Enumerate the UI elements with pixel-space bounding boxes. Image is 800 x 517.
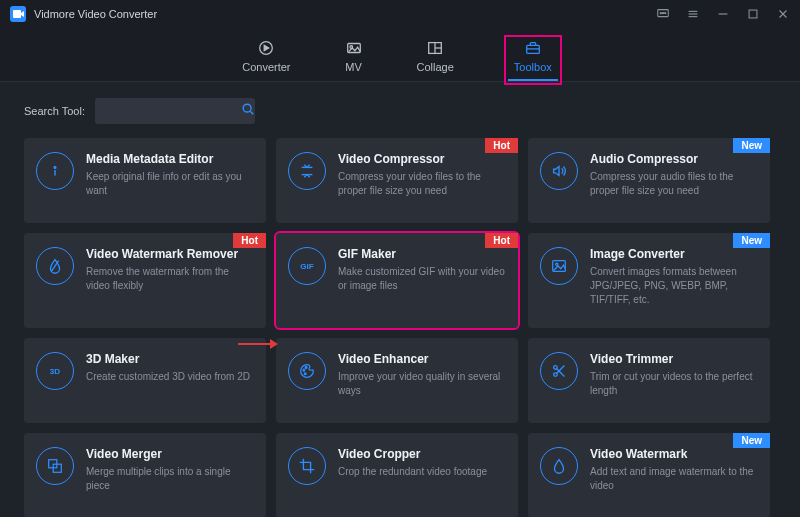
- tool-grid: Media Metadata EditorKeep original file …: [24, 138, 776, 517]
- svg-rect-0: [13, 10, 21, 18]
- svg-point-32: [305, 367, 307, 369]
- tool-card-image-converter[interactable]: NewImage ConverterConvert images formats…: [528, 233, 770, 328]
- badge-new: New: [733, 233, 770, 248]
- card-description: Merge multiple clips into a single piece: [86, 465, 254, 493]
- minimize-icon[interactable]: [716, 7, 730, 21]
- tool-card-video-cropper[interactable]: Video CropperCrop the redundant video fo…: [276, 433, 518, 517]
- palette-icon: [288, 352, 326, 390]
- card-text: Video CompressorCompress your video file…: [338, 152, 506, 209]
- app-title: Vidmore Video Converter: [34, 8, 157, 20]
- badge-hot: Hot: [485, 233, 518, 248]
- card-title: Video Trimmer: [590, 352, 758, 366]
- card-description: Trim or cut your videos to the perfect l…: [590, 370, 758, 398]
- search-input[interactable]: [103, 105, 241, 117]
- maximize-icon[interactable]: [746, 7, 760, 21]
- card-description: Crop the redundant video footage: [338, 465, 487, 479]
- mv-icon: [345, 39, 363, 57]
- card-description: Improve your video quality in several wa…: [338, 370, 506, 398]
- card-description: Convert images formats between JPG/JPEG,…: [590, 265, 758, 307]
- card-description: Remove the watermark from the video flex…: [86, 265, 254, 293]
- card-title: Media Metadata Editor: [86, 152, 254, 166]
- svg-text:3D: 3D: [50, 367, 60, 376]
- tool-card-video-watermark-remover[interactable]: HotVideo Watermark RemoverRemove the wat…: [24, 233, 266, 328]
- card-title: Video Enhancer: [338, 352, 506, 366]
- feedback-icon[interactable]: [656, 7, 670, 21]
- tool-area: Search Tool: Media Metadata EditorKeep o…: [0, 82, 800, 517]
- tab-label: Toolbox: [514, 61, 552, 73]
- card-title: Video Merger: [86, 447, 254, 461]
- card-text: Image ConverterConvert images formats be…: [590, 247, 758, 314]
- tool-card-gif-maker[interactable]: HotGIFGIF MakerMake customized GIF with …: [276, 233, 518, 328]
- info-icon: [36, 152, 74, 190]
- card-title: Audio Compressor: [590, 152, 758, 166]
- svg-point-34: [554, 366, 558, 370]
- title-bar: Vidmore Video Converter: [0, 0, 800, 28]
- card-text: Video Watermark RemoverRemove the waterm…: [86, 247, 254, 314]
- tool-card-video-enhancer[interactable]: Video EnhancerImprove your video quality…: [276, 338, 518, 423]
- card-title: Video Cropper: [338, 447, 487, 461]
- tab-toolbox[interactable]: Toolbox: [508, 39, 558, 81]
- card-text: Video MergerMerge multiple clips into a …: [86, 447, 254, 504]
- card-text: Audio CompressorCompress your audio file…: [590, 152, 758, 209]
- card-title: 3D Maker: [86, 352, 250, 366]
- svg-rect-9: [749, 10, 757, 18]
- watermark-icon: [540, 447, 578, 485]
- toolbox-icon: [524, 39, 542, 57]
- svg-text:GIF: GIF: [300, 262, 314, 271]
- card-description: Make customized GIF with your video or i…: [338, 265, 506, 293]
- badge-new: New: [733, 138, 770, 153]
- svg-point-33: [304, 373, 306, 375]
- svg-point-22: [54, 167, 56, 169]
- svg-point-29: [556, 263, 558, 265]
- badge-hot: Hot: [233, 233, 266, 248]
- card-text: GIF MakerMake customized GIF with your v…: [338, 247, 506, 314]
- tool-card-video-compressor[interactable]: HotVideo CompressorCompress your video f…: [276, 138, 518, 223]
- collage-icon: [426, 39, 444, 57]
- card-description: Compress your video files to the proper …: [338, 170, 506, 198]
- card-text: Media Metadata EditorKeep original file …: [86, 152, 254, 209]
- audio-compress-icon: [540, 152, 578, 190]
- converter-icon: [257, 39, 275, 57]
- card-description: Keep original file info or edit as you w…: [86, 170, 254, 198]
- close-icon[interactable]: [776, 7, 790, 21]
- scissors-icon: [540, 352, 578, 390]
- tab-converter[interactable]: Converter: [242, 39, 290, 81]
- compress-icon: [288, 152, 326, 190]
- svg-line-21: [250, 111, 253, 114]
- card-text: Video TrimmerTrim or cut your videos to …: [590, 352, 758, 409]
- tool-card-video-merger[interactable]: Video MergerMerge multiple clips into a …: [24, 433, 266, 517]
- badge-new: New: [733, 433, 770, 448]
- tab-collage[interactable]: Collage: [417, 39, 454, 81]
- svg-point-3: [662, 13, 663, 14]
- tab-label: MV: [345, 61, 362, 73]
- svg-point-20: [243, 104, 251, 112]
- menu-icon[interactable]: [686, 7, 700, 21]
- card-description: Compress your audio files to the proper …: [590, 170, 758, 198]
- tool-card-video-watermark[interactable]: NewVideo WatermarkAdd text and image wat…: [528, 433, 770, 517]
- card-description: Add text and image watermark to the vide…: [590, 465, 758, 493]
- gif-icon: GIF: [288, 247, 326, 285]
- image-icon: [540, 247, 578, 285]
- tool-card-3d-maker[interactable]: 3D3D MakerCreate customized 3D video fro…: [24, 338, 266, 423]
- droplet-icon: [36, 247, 74, 285]
- search-icon[interactable]: [241, 102, 255, 120]
- tool-card-video-trimmer[interactable]: Video TrimmerTrim or cut your videos to …: [528, 338, 770, 423]
- card-title: GIF Maker: [338, 247, 506, 261]
- card-text: Video WatermarkAdd text and image waterm…: [590, 447, 758, 504]
- search-box[interactable]: [95, 98, 255, 124]
- tool-card-audio-compressor[interactable]: NewAudio CompressorCompress your audio f…: [528, 138, 770, 223]
- card-description: Create customized 3D video from 2D: [86, 370, 250, 384]
- svg-point-31: [303, 369, 305, 371]
- svg-point-4: [665, 13, 666, 14]
- tab-label: Collage: [417, 61, 454, 73]
- card-title: Video Watermark: [590, 447, 758, 461]
- crop-icon: [288, 447, 326, 485]
- tab-mv[interactable]: MV: [345, 39, 363, 81]
- svg-point-35: [554, 373, 558, 377]
- main-nav: Converter MV Collage Toolbox: [0, 28, 800, 82]
- card-title: Image Converter: [590, 247, 758, 261]
- tab-label: Converter: [242, 61, 290, 73]
- tool-card-media-metadata-editor[interactable]: Media Metadata EditorKeep original file …: [24, 138, 266, 223]
- badge-hot: Hot: [485, 138, 518, 153]
- card-title: Video Watermark Remover: [86, 247, 254, 261]
